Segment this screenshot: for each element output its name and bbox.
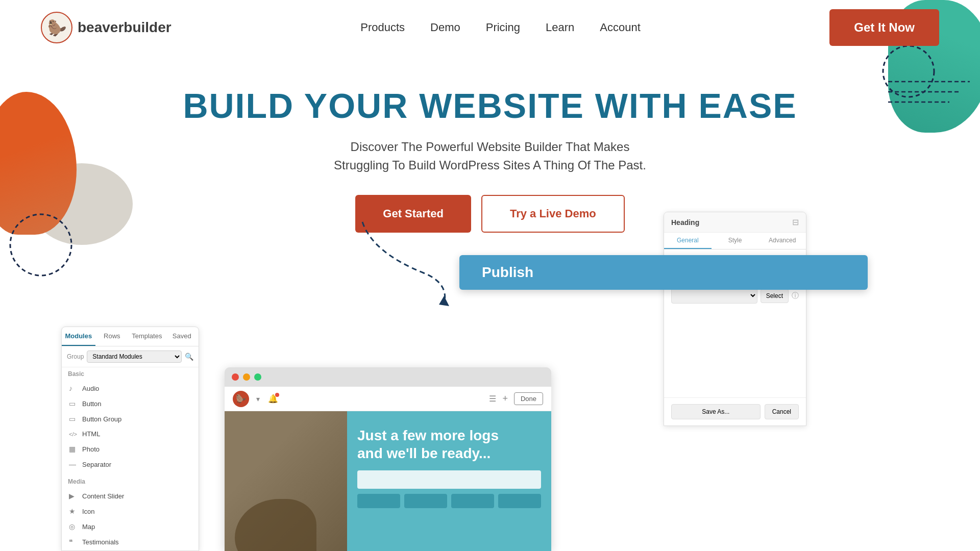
page-input-box[interactable] — [357, 470, 541, 489]
browser-dot-green[interactable] — [254, 373, 261, 381]
list-icon[interactable]: ☰ — [489, 394, 496, 404]
module-separator-label: Separator — [82, 461, 111, 468]
module-photo-label: Photo — [82, 445, 100, 453]
html-icon: </> — [69, 431, 77, 437]
panel-right-footer: Save As... Cancel — [664, 397, 806, 425]
browser-dot-yellow[interactable] — [243, 373, 250, 381]
search-icon[interactable]: 🔍 — [185, 353, 193, 361]
page-headline: Just a few more logsand we'll be ready..… — [357, 427, 541, 462]
svg-text:🦫: 🦫 — [47, 19, 67, 37]
page-btn-3[interactable] — [451, 494, 494, 508]
module-button-group[interactable]: ▭ Button Group — [62, 411, 199, 427]
heading-select-row: Select ⓘ — [671, 288, 799, 304]
module-icon-label: Icon — [82, 508, 95, 515]
module-html-label: HTML — [82, 430, 100, 438]
beaver-icon: 🦫 — [41, 12, 72, 43]
modules-panel: Modules Rows Templates Saved Group Stand… — [61, 327, 199, 551]
group-label: Group — [67, 353, 84, 360]
pr-tab-advanced[interactable]: Advanced — [758, 233, 806, 249]
module-audio[interactable]: ♪ Audio — [62, 381, 199, 396]
module-photo[interactable]: ▦ Photo — [62, 441, 199, 457]
audio-icon: ♪ — [69, 384, 77, 392]
nav-links: Products Demo Pricing Learn Account — [360, 21, 641, 34]
separator-icon: — — [69, 460, 77, 468]
browser-mockup: 🦫 ▾ 🔔 ☰ + Done Just a few more logsand w… — [225, 367, 551, 551]
tab-templates[interactable]: Templates — [129, 327, 165, 346]
heading-panel: Heading ⊟ General Style Advanced Heading… — [664, 212, 806, 426]
get-started-button[interactable]: Get Started — [355, 195, 471, 233]
logo-text: beaverbuilder — [78, 19, 172, 36]
panel-right-header: Heading ⊟ — [664, 212, 806, 233]
navbar: 🦫 beaverbuilder Products Demo Pricing Le… — [0, 0, 980, 55]
publish-button[interactable]: Publish — [459, 255, 868, 290]
try-live-demo-button[interactable]: Try a Live Demo — [481, 195, 625, 233]
module-button[interactable]: ▭ Button — [62, 396, 199, 411]
hero-subtitle: Discover The Powerful Website Builder Th… — [0, 138, 980, 174]
module-testimonials[interactable]: ❝ Testimonials — [62, 534, 199, 549]
bell-icon[interactable]: 🔔 — [268, 394, 278, 404]
page-btn-row — [357, 494, 541, 508]
nav-pricing[interactable]: Pricing — [486, 21, 520, 34]
browser-dot-red[interactable] — [232, 373, 239, 381]
logo[interactable]: 🦫 beaverbuilder — [41, 12, 172, 43]
module-map-label: Map — [82, 523, 95, 531]
tab-saved[interactable]: Saved — [165, 327, 199, 346]
panel-filter: Group Standard Modules 🔍 — [62, 346, 199, 367]
photo-icon: ▦ — [69, 445, 77, 453]
section-media-label: Media — [62, 475, 199, 488]
heading-size-select[interactable] — [671, 288, 757, 304]
add-icon[interactable]: + — [502, 393, 508, 404]
save-as-button[interactable]: Save As... — [671, 404, 761, 419]
page-image — [225, 411, 347, 551]
panel-right-title: Heading — [671, 218, 699, 227]
button-group-icon: ▭ — [69, 415, 77, 423]
pr-tab-general[interactable]: General — [664, 233, 712, 249]
module-map[interactable]: ◎ Map — [62, 519, 199, 534]
map-icon: ◎ — [69, 522, 77, 531]
module-html[interactable]: </> HTML — [62, 427, 199, 441]
module-icon[interactable]: ★ Icon — [62, 504, 199, 519]
panel-tabs: Modules Rows Templates Saved — [62, 327, 199, 346]
nav-products[interactable]: Products — [360, 21, 405, 34]
minimize-icon[interactable]: ⊟ — [792, 217, 799, 227]
content-slider-icon: ▶ — [69, 492, 77, 500]
page-content: Just a few more logsand we'll be ready..… — [225, 411, 551, 551]
tab-rows[interactable]: Rows — [95, 327, 129, 346]
hero-title: BUILD YOUR WEBSITE WITH EASE — [0, 86, 980, 126]
nav-account[interactable]: Account — [600, 21, 641, 34]
browser-bar — [225, 367, 551, 387]
cancel-button[interactable]: Cancel — [765, 404, 799, 419]
bell-notification-dot — [275, 393, 279, 397]
module-testimonials-label: Testimonials — [82, 538, 119, 546]
svg-marker-7 — [439, 296, 449, 306]
done-button[interactable]: Done — [514, 392, 543, 405]
page-btn-1[interactable] — [357, 494, 400, 508]
module-audio-label: Audio — [82, 385, 99, 392]
panel-right-tabs: General Style Advanced — [664, 233, 806, 249]
testimonials-icon: ❝ — [69, 538, 77, 546]
select-button[interactable]: Select — [761, 289, 789, 303]
bb-logo-sm: 🦫 — [233, 391, 249, 407]
button-icon: ▭ — [69, 399, 77, 408]
chevron-down-icon[interactable]: ▾ — [256, 395, 260, 403]
page-text-area: Just a few more logsand we'll be ready..… — [347, 411, 551, 551]
page-btn-4[interactable] — [498, 494, 541, 508]
icon-module-icon: ★ — [69, 507, 77, 515]
module-content-slider-label: Content Slider — [82, 492, 124, 500]
info-icon: ⓘ — [792, 291, 799, 300]
module-button-label: Button — [82, 400, 102, 408]
tab-modules[interactable]: Modules — [62, 327, 95, 346]
page-btn-2[interactable] — [404, 494, 447, 508]
module-button-group-label: Button Group — [82, 415, 121, 423]
get-it-now-button[interactable]: Get It Now — [829, 9, 939, 46]
hero-buttons: Get Started Try a Live Demo — [0, 195, 980, 233]
nav-demo[interactable]: Demo — [430, 21, 460, 34]
section-basic-label: Basic — [62, 367, 199, 381]
module-content-slider[interactable]: ▶ Content Slider — [62, 488, 199, 504]
bb-toolbar: 🦫 ▾ 🔔 ☰ + Done — [225, 387, 551, 411]
module-separator[interactable]: — Separator — [62, 457, 199, 472]
nav-learn[interactable]: Learn — [546, 21, 574, 34]
browser-content: 🦫 ▾ 🔔 ☰ + Done Just a few more logsand w… — [225, 387, 551, 551]
group-select[interactable]: Standard Modules — [87, 350, 182, 363]
pr-tab-style[interactable]: Style — [712, 233, 759, 249]
